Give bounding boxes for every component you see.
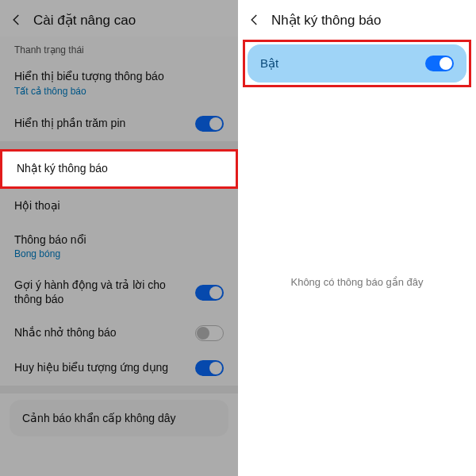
row-suggest-actions[interactable]: Gợi ý hành động và trả lời cho thông báo: [0, 269, 238, 316]
row-title: Gợi ý hành động và trả lời cho thông báo: [14, 278, 173, 306]
toggle-app-icon-badge[interactable]: [195, 360, 224, 376]
row-enable-log[interactable]: Bật: [248, 44, 466, 83]
back-icon[interactable]: [8, 11, 25, 29]
row-subtitle: Tất cả thông báo: [14, 86, 164, 97]
toggle-suggest-actions[interactable]: [195, 285, 224, 301]
row-conversation[interactable]: Hội thoại: [0, 189, 238, 224]
row-notification-log[interactable]: Nhật ký thông báo: [2, 152, 236, 186]
toggle-label: Bật: [260, 56, 278, 71]
toggle-enable-log[interactable]: [425, 56, 454, 71]
page-title: Cài đặt nâng cao: [33, 12, 136, 29]
row-subtitle: Bong bóng: [14, 248, 86, 259]
header-left: Cài đặt nâng cao: [0, 0, 238, 36]
advanced-settings-panel: Cài đặt nâng cao Thanh trạng thái Hiển t…: [0, 0, 238, 476]
empty-state: Không có thông báo gần đây: [238, 87, 476, 476]
row-title: Hội thoại: [14, 199, 60, 213]
divider: [0, 386, 238, 393]
row-title: Hiển thị biểu tượng thông báo: [14, 70, 164, 84]
highlight-enable-toggle: Bật: [243, 40, 471, 87]
header-right: Nhật ký thông báo: [238, 0, 476, 36]
row-title: Thông báo nổi: [14, 233, 86, 248]
notification-log-panel: Nhật ký thông báo Bật Không có thông báo…: [238, 0, 476, 476]
row-title: Hiển thị phần trăm pin: [14, 117, 125, 131]
highlight-notification-log: Nhật ký thông báo: [0, 149, 238, 189]
row-title: Huy hiệu biểu tượng ứng dụng: [14, 361, 168, 375]
toggle-battery-percentage[interactable]: [195, 116, 224, 132]
divider: [0, 141, 238, 149]
row-battery-percentage[interactable]: Hiển thị phần trăm pin: [0, 106, 238, 141]
toggle-notification-reminder[interactable]: [195, 325, 224, 341]
row-title: Nhắc nhở thông báo: [14, 326, 117, 340]
row-floating-notifications[interactable]: Thông báo nổi Bong bóng: [0, 224, 238, 270]
row-app-icon-badge[interactable]: Huy hiệu biểu tượng ứng dụng: [0, 351, 238, 386]
row-title: Cảnh báo khẩn cấp không dây: [22, 412, 176, 424]
row-title: Nhật ký thông báo: [17, 162, 108, 176]
section-label-statusbar: Thanh trạng thái: [0, 36, 238, 60]
row-emergency-alerts[interactable]: Cảnh báo khẩn cấp không dây: [10, 400, 228, 436]
row-notification-icons[interactable]: Hiển thị biểu tượng thông báo Tất cả thô…: [0, 60, 238, 106]
back-icon[interactable]: [246, 11, 263, 29]
row-notification-reminder[interactable]: Nhắc nhở thông báo: [0, 316, 238, 351]
page-title: Nhật ký thông báo: [271, 12, 382, 29]
empty-state-text: Không có thông báo gần đây: [290, 276, 423, 288]
